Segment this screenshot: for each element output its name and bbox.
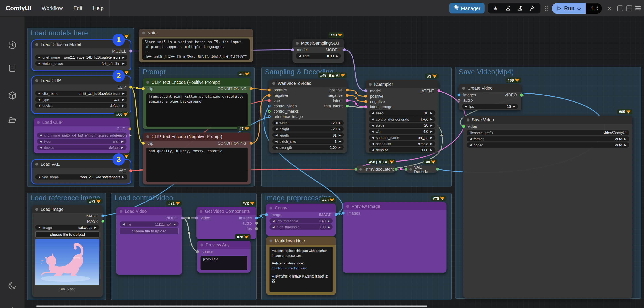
- node-markdown-note-md[interactable]: Markdown NoteYou can replace this part w…: [266, 237, 336, 295]
- node-header[interactable]: Create Video: [459, 84, 521, 92]
- widget-width[interactable]: ◀width720▶: [272, 120, 344, 126]
- widget-cfg[interactable]: ◀cfg4.0▶: [369, 129, 436, 134]
- node-preview-any-76[interactable]: Preview Anysourcepreview: [197, 241, 250, 273]
- share-icon[interactable]: [526, 3, 539, 13]
- port-image[interactable]: [334, 213, 338, 216]
- node-collapse-dot[interactable]: [36, 208, 38, 211]
- port-negative[interactable]: [346, 94, 348, 97]
- widget-left-arrow-icon[interactable]: ◀: [122, 222, 124, 226]
- widget-right-arrow-icon[interactable]: ▶: [430, 142, 432, 145]
- node-header[interactable]: Preview Image: [343, 202, 446, 210]
- widget-right-arrow-icon[interactable]: ▶: [624, 144, 626, 147]
- port-reference-image[interactable]: [268, 115, 270, 118]
- widget-high-threshold[interactable]: ◀high_threshold0.80▶: [269, 224, 332, 230]
- widget-denoise[interactable]: ◀denoise1.00▶: [369, 147, 436, 153]
- node-textarea[interactable]: Translucent pink kitten stretching grace…: [146, 93, 248, 127]
- settings-gear-icon[interactable]: [7, 306, 17, 308]
- widget-unet-name[interactable]: ◀unet_namewan2.1_vace_14B_fp16.safetenso…: [36, 55, 128, 60]
- port-video[interactable]: [195, 217, 198, 219]
- widget-left-arrow-icon[interactable]: ◀: [275, 140, 277, 143]
- node-clip-text-encode-positive-prompt-6[interactable]: CLIP Text Encode (Positive Prompt)clipCO…: [143, 78, 251, 129]
- widget-clip-name[interactable]: ◀clip_nameumt5_xxl_fp8_e4m3fn_scaled.saf…: [37, 132, 126, 138]
- node-create-video-68[interactable]: Create VideoimagesVIDEOaudio◀fps16▶: [459, 84, 521, 110]
- widget-right-arrow-icon[interactable]: ▶: [122, 92, 124, 95]
- node-collapse-dot[interactable]: [462, 87, 465, 90]
- node-collapse-dot[interactable]: [466, 118, 470, 121]
- widget-batch-size[interactable]: ◀batch_size1▶: [272, 139, 344, 144]
- canvas-scrollbar-horizontal[interactable]: [36, 306, 427, 307]
- widget-right-arrow-icon[interactable]: ▶: [122, 62, 124, 65]
- port-model[interactable]: [343, 48, 346, 51]
- port-source[interactable]: [196, 250, 198, 253]
- widget-right-arrow-icon[interactable]: ▶: [122, 175, 124, 178]
- widget-right-arrow-icon[interactable]: ▶: [338, 127, 341, 131]
- workflow-history-icon[interactable]: [7, 40, 17, 50]
- node-header[interactable]: CLIP Text Encode (Negative Prompt): [143, 132, 251, 141]
- menu-workflow[interactable]: Workflow: [42, 5, 63, 11]
- model-library-icon[interactable]: [7, 91, 17, 101]
- menu-help[interactable]: Help: [93, 5, 104, 11]
- widget-right-arrow-icon[interactable]: ▶: [430, 136, 432, 139]
- widget-right-arrow-icon[interactable]: ▶: [624, 137, 626, 141]
- widget-left-arrow-icon[interactable]: ◀: [465, 105, 467, 108]
- node-header[interactable]: Markdown Note: [266, 237, 336, 245]
- widget-left-arrow-icon[interactable]: ◀: [470, 144, 472, 147]
- widget-shift[interactable]: ◀shift8.00▶: [296, 53, 341, 59]
- node-collapse-dot[interactable]: [346, 205, 349, 208]
- port-vae[interactable]: [268, 99, 270, 102]
- widget-left-arrow-icon[interactable]: ◀: [38, 92, 40, 95]
- port-clip[interactable]: [128, 128, 131, 130]
- node-trimvideolatent[interactable]: TrimVideoLatent: [356, 166, 396, 173]
- widget-left-arrow-icon[interactable]: ◀: [372, 148, 374, 152]
- focus-mode-icon[interactable]: [617, 5, 623, 11]
- collapsed-output-port[interactable]: [394, 168, 398, 170]
- widget-seed[interactable]: ◀seed18▶: [369, 110, 436, 116]
- widget-right-arrow-icon[interactable]: ▶: [430, 124, 432, 127]
- node-textarea[interactable]: preview: [200, 256, 248, 270]
- widget-right-arrow-icon[interactable]: ▶: [338, 121, 341, 124]
- node-header[interactable]: Canny: [266, 204, 336, 212]
- port-negative[interactable]: [364, 100, 367, 103]
- workflows-folder-icon[interactable]: [7, 115, 17, 125]
- node-header[interactable]: Get Video Components: [196, 207, 256, 215]
- node-collapse-dot[interactable]: [410, 168, 412, 170]
- node-load-clip-66[interactable]: Load CLIPCLIP◀clip_nameumt5_xxl_fp8_e4m3…: [34, 118, 130, 153]
- port-vae[interactable]: [129, 169, 132, 172]
- widget-device[interactable]: ◀devicedefault▶: [36, 103, 128, 108]
- run-button[interactable]: Run: [552, 3, 586, 14]
- port-conditioning[interactable]: [250, 87, 252, 90]
- port-images[interactable]: [342, 212, 344, 215]
- node-header[interactable]: Save Video: [463, 116, 632, 124]
- node-collapse-dot[interactable]: [37, 121, 40, 124]
- collapsed-input-port[interactable]: [404, 168, 407, 170]
- node-collapse-dot[interactable]: [272, 82, 275, 85]
- node-collapse-dot[interactable]: [142, 31, 145, 34]
- widget-clip-name[interactable]: ◀clip_nameumt5_xxl_fp16.safetensors▶: [36, 91, 128, 96]
- port-image[interactable]: [265, 213, 268, 216]
- node-collapse-dot[interactable]: [269, 206, 272, 209]
- widget-vae-name[interactable]: ◀vae_namewan_2.1_vae.safetensors▶: [36, 174, 128, 180]
- widget-right-arrow-icon[interactable]: ▶: [328, 225, 330, 229]
- widget-left-arrow-icon[interactable]: ◀: [40, 146, 42, 149]
- node-header[interactable]: Preview Any: [197, 241, 250, 249]
- widget-length[interactable]: ◀length81▶: [272, 132, 344, 138]
- chevron-down-icon[interactable]: [577, 5, 581, 10]
- widget-right-arrow-icon[interactable]: ▶: [430, 111, 432, 115]
- widget-right-arrow-icon[interactable]: ▶: [338, 134, 341, 137]
- widget-codec[interactable]: ◀codecauto▶: [466, 142, 629, 148]
- widget-left-arrow-icon[interactable]: ◀: [38, 226, 40, 229]
- node-collapse-dot[interactable]: [369, 83, 372, 86]
- widget-left-arrow-icon[interactable]: ◀: [275, 146, 277, 149]
- widget-right-arrow-icon[interactable]: ▶: [94, 226, 96, 229]
- node-load-image-73[interactable]: Load ImageIMAGEMASK◀imagecat.webp▶choose…: [32, 205, 103, 297]
- widget-file[interactable]: ◀file11111.mp4▶: [120, 221, 178, 227]
- port-control-masks[interactable]: [268, 110, 270, 113]
- markdown-note-body[interactable]: You can replace this part with another i…: [269, 247, 332, 292]
- widget-steps[interactable]: ◀steps20▶: [369, 123, 436, 128]
- widget-fps[interactable]: ◀fps16▶: [462, 104, 518, 109]
- widget-left-arrow-icon[interactable]: ◀: [275, 127, 277, 131]
- port-image[interactable]: [101, 215, 104, 217]
- widget-right-arrow-icon[interactable]: ▶: [430, 118, 432, 121]
- bottom-panel-toggle-icon[interactable]: [626, 5, 632, 11]
- port-positive[interactable]: [364, 95, 367, 98]
